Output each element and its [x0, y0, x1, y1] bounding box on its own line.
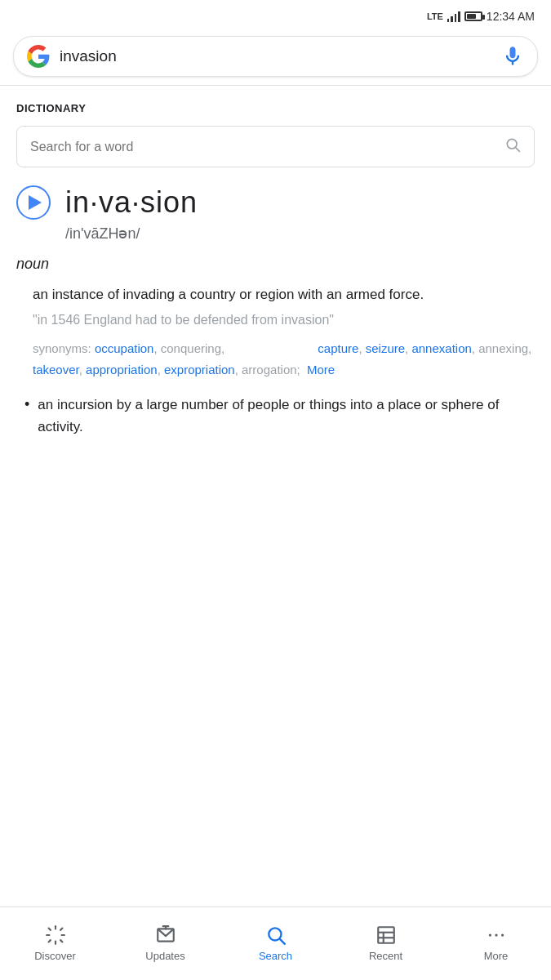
definition-2-block: • an incursion by a large number of peop…: [24, 394, 535, 438]
nav-item-recent[interactable]: Recent: [331, 924, 441, 962]
status-icons: LTE 12:34 AM: [427, 10, 535, 23]
speaker-button[interactable]: [16, 185, 51, 220]
synonym-seizure[interactable]: seizure: [366, 341, 405, 355]
svg-line-6: [48, 929, 50, 930]
bottom-nav: Discover Updates Search: [0, 906, 551, 980]
discover-label: Discover: [34, 950, 76, 962]
synonym-appropriation[interactable]: appropriation: [86, 363, 158, 376]
synonyms-label: synonyms:: [33, 341, 91, 355]
svg-point-19: [488, 933, 491, 936]
dictionary-search-icon: [504, 136, 521, 157]
recent-label: Recent: [369, 950, 402, 962]
clock: 12:34 AM: [487, 10, 535, 23]
svg-rect-15: [378, 927, 394, 943]
recent-icon: [375, 924, 398, 947]
nav-item-updates[interactable]: Updates: [110, 924, 220, 962]
definition-2-text: an incursion by a large number of people…: [38, 394, 535, 438]
battery-icon: [464, 11, 482, 21]
signal-icon: [447, 11, 460, 22]
synonym-expropriation[interactable]: expropriation: [164, 363, 235, 376]
synonym-capture[interactable]: capture: [318, 341, 358, 355]
svg-point-21: [500, 933, 503, 936]
mic-icon[interactable]: [501, 45, 524, 68]
svg-line-8: [60, 929, 62, 930]
discover-icon: [44, 924, 67, 947]
updates-label: Updates: [145, 950, 184, 962]
main-content: DICTIONARY in·va·sion /in'vāZHən/ noun a…: [0, 86, 551, 480]
search-nav-label: Search: [259, 950, 292, 962]
speaker-icon: [29, 195, 42, 210]
part-of-speech: noun: [16, 256, 535, 273]
svg-line-7: [60, 940, 62, 942]
example-1-text: "in 1546 England had to be defended from…: [33, 310, 535, 330]
dictionary-search-input[interactable]: [30, 140, 504, 154]
content-fade: [16, 448, 535, 480]
synonyms-line: synonyms: occupation, conquering, captur…: [33, 338, 535, 380]
synonym-occupation[interactable]: occupation: [95, 341, 154, 355]
definition-1-text: an instance of invading a country or reg…: [33, 284, 535, 305]
synonym-takeover[interactable]: takeover: [33, 363, 79, 376]
nav-item-discover[interactable]: Discover: [0, 924, 110, 962]
synonym-annexation[interactable]: annexation: [411, 341, 471, 355]
google-logo: [27, 45, 50, 68]
lte-indicator: LTE: [427, 11, 443, 21]
synonyms-more-link[interactable]: More: [307, 363, 335, 376]
more-icon: [485, 924, 508, 947]
search-bar-container: invasion: [0, 29, 551, 85]
more-label: More: [484, 950, 509, 962]
svg-line-14: [279, 939, 284, 944]
search-query-text: invasion: [60, 47, 501, 65]
nav-item-search[interactable]: Search: [220, 924, 331, 962]
word-title: in·va·sion: [65, 185, 198, 220]
svg-line-1: [516, 148, 520, 152]
svg-line-9: [48, 940, 50, 942]
phonetic: /in'vāZHən/: [65, 225, 535, 243]
updates-icon: [154, 924, 177, 947]
dictionary-label: DICTIONARY: [16, 102, 535, 114]
svg-point-20: [495, 933, 497, 936]
definition-1-block: an instance of invading a country or reg…: [33, 284, 535, 380]
bullet-dot: •: [24, 396, 29, 413]
google-search-bar[interactable]: invasion: [13, 36, 538, 77]
word-header: in·va·sion: [16, 185, 535, 220]
search-nav-icon: [264, 924, 287, 947]
dictionary-search-box[interactable]: [16, 126, 535, 167]
status-bar: LTE 12:34 AM: [0, 0, 551, 29]
nav-item-more[interactable]: More: [441, 924, 551, 962]
